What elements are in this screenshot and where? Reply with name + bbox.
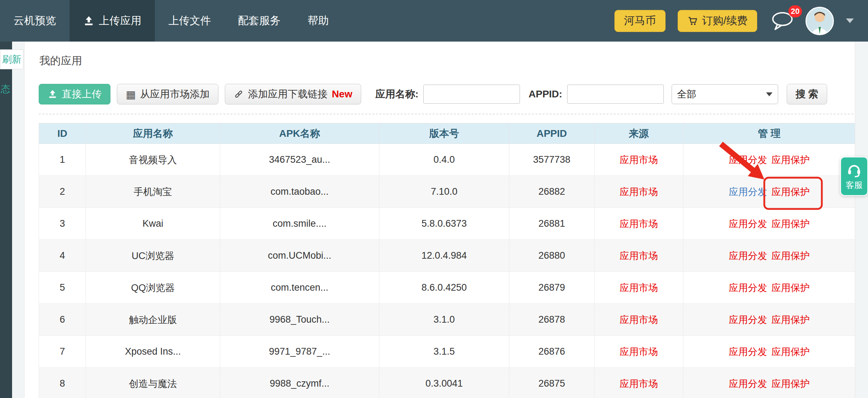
distribute-link[interactable]: 应用分发 [729,314,767,325]
cell-source: 应用市场 [595,304,683,336]
direct-upload-button[interactable]: 直接上传 [39,84,110,104]
appid-label: APPID: [528,88,562,100]
protect-link[interactable]: 应用保护 [771,283,810,293]
nav-item-help[interactable]: 帮助 [294,0,342,42]
nav-item-upload-app[interactable]: 上传应用 [70,0,155,42]
hippo-coin-label: 河马币 [624,14,656,28]
new-badge: New [332,88,352,100]
cell-id: 1 [39,144,86,176]
distribute-link[interactable]: 应用分发 [729,219,767,229]
cell-apk-name: com.tencen... [220,272,379,304]
cell-appid: 26879 [509,272,595,304]
cell-apk-name: com.taobao... [220,176,379,208]
cell-appid: 26882 [509,176,595,208]
nav-item-label: 上传应用 [99,14,141,28]
cell-manage: 应用分发应用保护 [683,368,856,398]
nav-menu: 云机预览 上传应用 上传文件 配套服务 帮助 [0,0,342,42]
table-row: 2 手机淘宝 com.taobao... 7.10.0 26882 应用市场 应… [39,176,856,208]
distribute-link[interactable]: 应用分发 [729,378,767,389]
nav-item-label: 云机预览 [13,14,56,28]
add-download-link-button[interactable]: 添加应用下载链接 New [225,84,361,104]
nav-item-upload-file[interactable]: 上传文件 [155,0,224,42]
cell-version: 0.4.0 [379,144,509,176]
protect-link[interactable]: 应用保护 [771,378,810,389]
protect-link[interactable]: 应用保护 [771,251,810,261]
nav-item-services[interactable]: 配套服务 [224,0,294,42]
customer-service-widget[interactable]: 客服 [840,157,868,196]
cell-id: 5 [39,272,86,304]
cell-version: 8.6.0.4250 [379,272,509,304]
apps-toolbar: 直接上传 ▦ 从应用市场添加 添加应用下载链接 New 应用名称: APPID:… [39,84,853,104]
cell-source: 应用市场 [595,176,683,208]
distribute-link[interactable]: 应用分发 [729,155,767,165]
cell-version: 7.10.0 [379,176,509,208]
protect-link[interactable]: 应用保护 [771,346,810,357]
nav-item-cloud-preview[interactable]: 云机预览 [0,0,70,42]
col-app-name: 应用名称 [86,123,220,144]
table-row: 4 UC浏览器 com.UCMobi... 12.0.4.984 26880 应… [39,240,856,272]
cell-app-name: Kwai [86,208,220,240]
cell-appid: 26875 [509,368,595,398]
cell-apk-name: 9971_9787_... [220,336,379,368]
cell-apk-name: com.UCMobi... [220,240,379,272]
market-add-label: 从应用市场添加 [140,87,210,101]
user-avatar[interactable] [805,7,834,35]
cell-app-name: 触动企业版 [86,304,220,336]
filter-select-wrap: 全部 [672,84,778,104]
protect-link[interactable]: 应用保护 [771,314,810,325]
customer-service-label: 客服 [846,179,863,191]
cell-source: 应用市场 [595,240,683,272]
upload-icon [83,15,94,27]
cell-app-name: Xposed Ins... [86,336,220,368]
search-button[interactable]: 搜 索 [787,84,827,104]
avatar-image [807,7,833,34]
distribute-link[interactable]: 应用分发 [729,187,767,197]
cell-source: 应用市场 [595,368,683,398]
cell-version: 3.1.0 [379,304,509,336]
messages-button[interactable]: 20 [771,11,793,31]
cell-id: 4 [39,240,86,272]
cell-version: 5.8.0.6373 [379,208,509,240]
cell-appid: 26881 [509,208,595,240]
cell-apk-name: com.smile.... [220,208,379,240]
add-download-link-label: 添加应用下载链接 [248,87,327,101]
table-row: 7 Xposed Ins... 9971_9787_... 3.1.5 2687… [39,336,856,368]
hippo-coin-button[interactable]: 河马币 [614,10,666,32]
grid-icon: ▦ [126,88,136,101]
cell-source: 应用市场 [595,336,683,368]
protect-link-highlighted[interactable]: 应用保护 [771,187,810,197]
protect-link[interactable]: 应用保护 [771,219,810,229]
sidebar-partial-item[interactable]: 态 [1,83,10,96]
table-header-row: ID 应用名称 APK名称 版本号 APPID 来源 管 理 [39,123,856,144]
cell-id: 6 [39,304,86,336]
nav-item-label: 帮助 [308,14,329,28]
col-source: 来源 [595,123,683,144]
cell-apk-name: 3467523_au... [220,144,379,176]
col-appid: APPID [509,123,595,144]
cell-manage: 应用分发应用保护 [683,336,856,368]
search-button-label: 搜 索 [796,87,818,101]
appid-input[interactable] [567,85,664,104]
distribute-link[interactable]: 应用分发 [729,283,767,293]
app-name-input[interactable] [423,85,520,104]
cell-app-name: 手机淘宝 [86,176,220,208]
upload-icon [48,89,58,99]
sidebar-refresh-button[interactable]: 刷新 [0,49,23,69]
cell-appid: 26878 [509,304,595,336]
cell-app-name: QQ浏览器 [86,272,220,304]
market-add-button[interactable]: ▦ 从应用市场添加 [117,84,218,104]
order-renew-button[interactable]: 订购/续费 [678,10,757,32]
nav-item-label: 上传文件 [168,14,211,28]
distribute-link[interactable]: 应用分发 [729,251,767,261]
cell-apk-name: 9988_czymf... [220,368,379,398]
cell-manage: 应用分发应用保护 [683,304,856,336]
chevron-down-icon[interactable] [846,18,854,23]
cell-manage: 应用分发应用保护 [683,240,856,272]
protect-link[interactable]: 应用保护 [771,155,810,165]
col-manage: 管 理 [683,123,856,144]
app-name-label: 应用名称: [375,87,418,101]
distribute-link[interactable]: 应用分发 [729,346,767,357]
source-filter-select[interactable]: 全部 [672,84,778,104]
cell-manage: 应用分发应用保护 [683,208,856,240]
cell-id: 8 [39,368,86,398]
